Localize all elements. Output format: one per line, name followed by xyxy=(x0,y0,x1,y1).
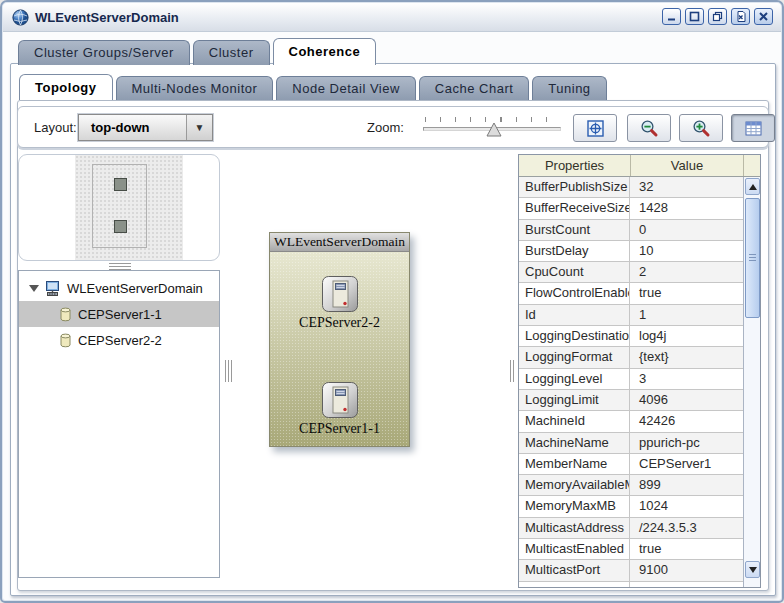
column-header-spacer xyxy=(744,155,760,176)
domain-container-node[interactable]: WLEventServerDomain CEPServer2-2 xyxy=(269,232,410,447)
property-value: 2 xyxy=(630,262,743,282)
globe-icon xyxy=(12,9,29,26)
server-cylinder-icon xyxy=(59,333,72,348)
tab-coherence[interactable]: Coherence xyxy=(273,38,377,65)
table-row[interactable]: MemberNameCEPServer1 xyxy=(519,454,743,475)
title-bar[interactable]: WLEventServerDomain xyxy=(3,3,781,32)
window-title: WLEventServerDomain xyxy=(35,10,179,25)
table-scrollbar[interactable] xyxy=(743,177,760,587)
zoom-slider[interactable] xyxy=(423,117,561,141)
table-row[interactable]: MulticastTTL4 xyxy=(519,582,743,587)
fit-to-view-icon xyxy=(586,119,605,138)
property-value: 1 xyxy=(630,305,743,325)
tab-tuning[interactable]: Tuning xyxy=(532,76,606,100)
property-name: CpuCount xyxy=(519,262,630,282)
topology-node-cepserver1-1[interactable]: CEPServer1-1 xyxy=(270,381,409,437)
tab-cache-chart[interactable]: Cache Chart xyxy=(419,76,529,100)
minimap-viewport[interactable] xyxy=(75,155,183,260)
tree-expand-icon[interactable] xyxy=(29,285,39,292)
table-row[interactable]: BurstDelay10 xyxy=(519,241,743,262)
tab-topology[interactable]: Topology xyxy=(19,74,113,100)
overview-minimap[interactable] xyxy=(18,154,220,261)
column-header-properties[interactable]: Properties xyxy=(519,155,631,176)
table-row[interactable]: BufferReceiveSize1428 xyxy=(519,198,743,219)
scroll-up-button[interactable] xyxy=(745,178,760,195)
sub-tab-bar: Topology Multi-Nodes Monitor Node Detail… xyxy=(19,74,607,100)
tab-cluster-groups-server[interactable]: Cluster Groups/Server xyxy=(18,40,190,65)
scrollbar-thumb[interactable] xyxy=(745,198,760,318)
table-row[interactable]: BufferPublishSize32 xyxy=(519,177,743,198)
table-row[interactable]: CpuCount2 xyxy=(519,262,743,283)
zoom-in-button[interactable] xyxy=(679,114,723,142)
property-name: MulticastAddress xyxy=(519,518,630,538)
property-name: MachineName xyxy=(519,433,630,453)
topology-node-cepserver2-2[interactable]: CEPServer2-2 xyxy=(270,275,409,331)
properties-table: Properties Value BufferPublishSize32 Buf… xyxy=(518,154,761,588)
fit-to-view-button[interactable] xyxy=(573,114,617,142)
table-row[interactable]: LoggingLimit4096 xyxy=(519,390,743,411)
property-name: MachineId xyxy=(519,411,630,431)
table-row[interactable]: MulticastAddress/224.3.5.3 xyxy=(519,518,743,539)
topology-canvas[interactable]: WLEventServerDomain CEPServer2-2 xyxy=(234,154,508,588)
property-name: LoggingFormat xyxy=(519,347,630,367)
tab-node-detail-view[interactable]: Node Detail View xyxy=(276,76,415,100)
property-value: /224.3.5.3 xyxy=(630,518,743,538)
close-document-button[interactable] xyxy=(731,8,750,25)
coherence-panel: Topology Multi-Nodes Monitor Node Detail… xyxy=(10,63,776,596)
zoom-in-icon xyxy=(692,119,711,138)
table-row[interactable]: FlowControlEnabletrue xyxy=(519,283,743,304)
layout-dropdown-value: top-down xyxy=(79,120,186,135)
right-splitter-grip[interactable] xyxy=(507,360,515,382)
property-value: 4 xyxy=(630,582,743,587)
table-row[interactable]: MemoryAvailableMB899 xyxy=(519,475,743,496)
property-value: 1428 xyxy=(630,198,743,218)
table-row[interactable]: LoggingLevel3 xyxy=(519,369,743,390)
property-name: MulticastTTL xyxy=(519,582,630,587)
property-value: 1024 xyxy=(630,496,743,516)
horizontal-splitter-grip[interactable] xyxy=(109,263,131,270)
topology-node-label: CEPServer2-2 xyxy=(299,315,380,331)
property-value: CEPServer1 xyxy=(630,454,743,474)
property-name: LoggingLevel xyxy=(519,369,630,389)
topology-toolbar: Layout: top-down ▼ Zoom: xyxy=(17,106,769,148)
table-row[interactable]: MachineNameppurich-pc xyxy=(519,433,743,454)
property-name: MulticastPort xyxy=(519,560,630,580)
tree-item-cepserver1-1[interactable]: CEPServer1-1 xyxy=(19,301,219,327)
table-row[interactable]: MulticastPort9100 xyxy=(519,560,743,581)
column-header-value[interactable]: Value xyxy=(631,155,744,176)
tree-item-domain[interactable]: WLEventServerDomain xyxy=(19,275,219,301)
property-name: LoggingDestination xyxy=(519,326,630,346)
server-icon xyxy=(321,381,359,419)
property-value: 0 xyxy=(630,220,743,240)
table-row[interactable]: Id1 xyxy=(519,305,743,326)
zoom-out-button[interactable] xyxy=(627,114,671,142)
tree-item-cepserver2-2[interactable]: CEPServer2-2 xyxy=(19,327,219,353)
layout-dropdown[interactable]: top-down ▼ xyxy=(78,114,213,141)
tree-item-label: WLEventServerDomain xyxy=(67,281,203,296)
domain-container-title: WLEventServerDomain xyxy=(270,233,409,252)
restore-button[interactable] xyxy=(708,8,727,25)
wleventserverdomain-window: WLEventServerDomain Cluster Groups/Serve… xyxy=(0,0,784,603)
close-button[interactable] xyxy=(754,8,773,25)
main-tab-bar: Cluster Groups/Server Cluster Coherence xyxy=(18,38,376,65)
tab-cluster[interactable]: Cluster xyxy=(193,40,270,65)
table-row[interactable]: LoggingFormat{text} xyxy=(519,347,743,368)
domain-icon xyxy=(44,280,61,297)
triangle-down-icon xyxy=(749,567,757,573)
table-row[interactable]: MachineId42426 xyxy=(519,411,743,432)
grid-view-button[interactable] xyxy=(731,114,775,142)
left-splitter-grip[interactable] xyxy=(225,360,233,382)
tab-multi-nodes-monitor[interactable]: Multi-Nodes Monitor xyxy=(116,76,274,100)
minimize-button[interactable] xyxy=(662,8,681,25)
property-name: BurstDelay xyxy=(519,241,630,261)
property-value: 899 xyxy=(630,475,743,495)
table-row[interactable]: LoggingDestinationlog4j xyxy=(519,326,743,347)
scroll-down-button[interactable] xyxy=(745,561,760,578)
table-row[interactable]: MemoryMaxMB1024 xyxy=(519,496,743,517)
table-row[interactable]: MulticastEnabledtrue xyxy=(519,539,743,560)
property-name: MulticastEnabled xyxy=(519,539,630,559)
maximize-button[interactable] xyxy=(685,8,704,25)
table-row[interactable]: BurstCount0 xyxy=(519,220,743,241)
property-name: BufferReceiveSize xyxy=(519,198,630,218)
zoom-slider-thumb[interactable] xyxy=(486,122,502,137)
